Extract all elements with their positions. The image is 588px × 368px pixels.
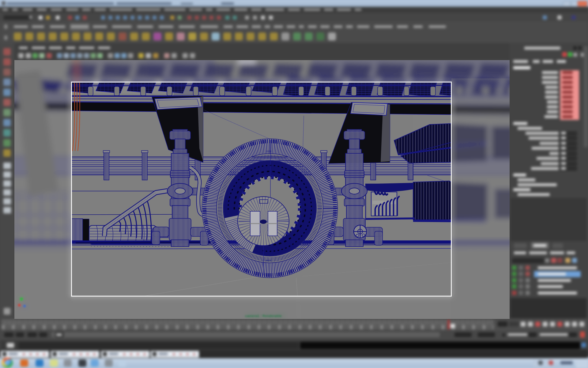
svg-text:camera1 : Renderable: camera1 : Renderable — [245, 314, 282, 318]
